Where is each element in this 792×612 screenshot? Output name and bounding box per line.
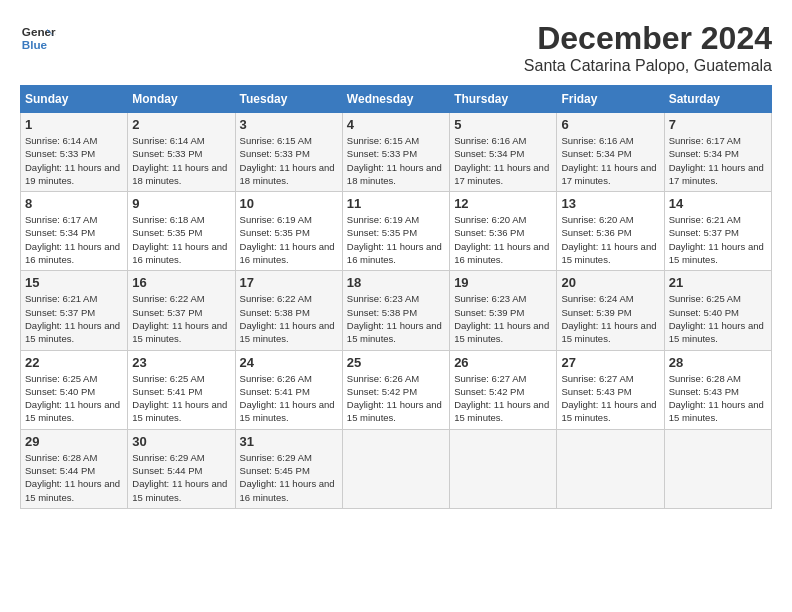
day-number: 12 [454,196,552,211]
day-info: Sunrise: 6:18 AM Sunset: 5:35 PM Dayligh… [132,213,230,266]
day-info: Sunrise: 6:29 AM Sunset: 5:44 PM Dayligh… [132,451,230,504]
day-number: 30 [132,434,230,449]
table-row: 18 Sunrise: 6:23 AM Sunset: 5:38 PM Dayl… [342,271,449,350]
day-info: Sunrise: 6:14 AM Sunset: 5:33 PM Dayligh… [132,134,230,187]
table-row [450,429,557,508]
calendar-week-row: 1 Sunrise: 6:14 AM Sunset: 5:33 PM Dayli… [21,113,772,192]
table-row: 23 Sunrise: 6:25 AM Sunset: 5:41 PM Dayl… [128,350,235,429]
table-row: 3 Sunrise: 6:15 AM Sunset: 5:33 PM Dayli… [235,113,342,192]
col-saturday: Saturday [664,86,771,113]
day-number: 29 [25,434,123,449]
table-row: 4 Sunrise: 6:15 AM Sunset: 5:33 PM Dayli… [342,113,449,192]
calendar-week-row: 22 Sunrise: 6:25 AM Sunset: 5:40 PM Dayl… [21,350,772,429]
day-number: 1 [25,117,123,132]
calendar-week-row: 15 Sunrise: 6:21 AM Sunset: 5:37 PM Dayl… [21,271,772,350]
col-thursday: Thursday [450,86,557,113]
day-info: Sunrise: 6:21 AM Sunset: 5:37 PM Dayligh… [669,213,767,266]
day-info: Sunrise: 6:28 AM Sunset: 5:44 PM Dayligh… [25,451,123,504]
day-number: 5 [454,117,552,132]
day-info: Sunrise: 6:21 AM Sunset: 5:37 PM Dayligh… [25,292,123,345]
day-info: Sunrise: 6:25 AM Sunset: 5:40 PM Dayligh… [25,372,123,425]
day-number: 24 [240,355,338,370]
table-row: 27 Sunrise: 6:27 AM Sunset: 5:43 PM Dayl… [557,350,664,429]
col-sunday: Sunday [21,86,128,113]
table-row: 30 Sunrise: 6:29 AM Sunset: 5:44 PM Dayl… [128,429,235,508]
day-info: Sunrise: 6:17 AM Sunset: 5:34 PM Dayligh… [669,134,767,187]
day-number: 28 [669,355,767,370]
day-info: Sunrise: 6:25 AM Sunset: 5:41 PM Dayligh… [132,372,230,425]
table-row: 16 Sunrise: 6:22 AM Sunset: 5:37 PM Dayl… [128,271,235,350]
day-number: 21 [669,275,767,290]
table-row: 24 Sunrise: 6:26 AM Sunset: 5:41 PM Dayl… [235,350,342,429]
day-info: Sunrise: 6:23 AM Sunset: 5:39 PM Dayligh… [454,292,552,345]
day-info: Sunrise: 6:16 AM Sunset: 5:34 PM Dayligh… [561,134,659,187]
day-number: 2 [132,117,230,132]
day-number: 25 [347,355,445,370]
day-info: Sunrise: 6:26 AM Sunset: 5:42 PM Dayligh… [347,372,445,425]
table-row: 1 Sunrise: 6:14 AM Sunset: 5:33 PM Dayli… [21,113,128,192]
day-info: Sunrise: 6:19 AM Sunset: 5:35 PM Dayligh… [240,213,338,266]
table-row: 5 Sunrise: 6:16 AM Sunset: 5:34 PM Dayli… [450,113,557,192]
day-info: Sunrise: 6:22 AM Sunset: 5:38 PM Dayligh… [240,292,338,345]
day-number: 26 [454,355,552,370]
day-number: 19 [454,275,552,290]
table-row: 8 Sunrise: 6:17 AM Sunset: 5:34 PM Dayli… [21,192,128,271]
table-row: 20 Sunrise: 6:24 AM Sunset: 5:39 PM Dayl… [557,271,664,350]
day-info: Sunrise: 6:29 AM Sunset: 5:45 PM Dayligh… [240,451,338,504]
calendar-table: Sunday Monday Tuesday Wednesday Thursday… [20,85,772,509]
table-row: 15 Sunrise: 6:21 AM Sunset: 5:37 PM Dayl… [21,271,128,350]
svg-text:General: General [22,25,56,38]
day-info: Sunrise: 6:27 AM Sunset: 5:42 PM Dayligh… [454,372,552,425]
day-number: 27 [561,355,659,370]
col-tuesday: Tuesday [235,86,342,113]
day-info: Sunrise: 6:19 AM Sunset: 5:35 PM Dayligh… [347,213,445,266]
day-number: 11 [347,196,445,211]
day-number: 18 [347,275,445,290]
page-header: General Blue December 2024 Santa Catarin… [20,20,772,75]
calendar-week-row: 8 Sunrise: 6:17 AM Sunset: 5:34 PM Dayli… [21,192,772,271]
calendar-week-row: 29 Sunrise: 6:28 AM Sunset: 5:44 PM Dayl… [21,429,772,508]
table-row: 17 Sunrise: 6:22 AM Sunset: 5:38 PM Dayl… [235,271,342,350]
day-info: Sunrise: 6:16 AM Sunset: 5:34 PM Dayligh… [454,134,552,187]
day-number: 4 [347,117,445,132]
col-friday: Friday [557,86,664,113]
day-number: 17 [240,275,338,290]
table-row: 28 Sunrise: 6:28 AM Sunset: 5:43 PM Dayl… [664,350,771,429]
table-row: 19 Sunrise: 6:23 AM Sunset: 5:39 PM Dayl… [450,271,557,350]
table-row: 11 Sunrise: 6:19 AM Sunset: 5:35 PM Dayl… [342,192,449,271]
day-number: 3 [240,117,338,132]
day-info: Sunrise: 6:15 AM Sunset: 5:33 PM Dayligh… [347,134,445,187]
day-info: Sunrise: 6:22 AM Sunset: 5:37 PM Dayligh… [132,292,230,345]
day-number: 13 [561,196,659,211]
day-info: Sunrise: 6:25 AM Sunset: 5:40 PM Dayligh… [669,292,767,345]
table-row: 12 Sunrise: 6:20 AM Sunset: 5:36 PM Dayl… [450,192,557,271]
day-number: 15 [25,275,123,290]
table-row: 21 Sunrise: 6:25 AM Sunset: 5:40 PM Dayl… [664,271,771,350]
table-row: 22 Sunrise: 6:25 AM Sunset: 5:40 PM Dayl… [21,350,128,429]
day-info: Sunrise: 6:28 AM Sunset: 5:43 PM Dayligh… [669,372,767,425]
month-title: December 2024 [524,20,772,57]
day-info: Sunrise: 6:27 AM Sunset: 5:43 PM Dayligh… [561,372,659,425]
day-info: Sunrise: 6:15 AM Sunset: 5:33 PM Dayligh… [240,134,338,187]
table-row: 31 Sunrise: 6:29 AM Sunset: 5:45 PM Dayl… [235,429,342,508]
day-info: Sunrise: 6:23 AM Sunset: 5:38 PM Dayligh… [347,292,445,345]
day-info: Sunrise: 6:20 AM Sunset: 5:36 PM Dayligh… [561,213,659,266]
day-number: 6 [561,117,659,132]
day-number: 8 [25,196,123,211]
day-number: 10 [240,196,338,211]
day-number: 14 [669,196,767,211]
calendar-header-row: Sunday Monday Tuesday Wednesday Thursday… [21,86,772,113]
table-row [664,429,771,508]
logo-icon: General Blue [20,20,56,56]
table-row: 10 Sunrise: 6:19 AM Sunset: 5:35 PM Dayl… [235,192,342,271]
table-row: 2 Sunrise: 6:14 AM Sunset: 5:33 PM Dayli… [128,113,235,192]
day-number: 20 [561,275,659,290]
day-info: Sunrise: 6:24 AM Sunset: 5:39 PM Dayligh… [561,292,659,345]
table-row: 13 Sunrise: 6:20 AM Sunset: 5:36 PM Dayl… [557,192,664,271]
table-row [557,429,664,508]
day-number: 7 [669,117,767,132]
table-row: 25 Sunrise: 6:26 AM Sunset: 5:42 PM Dayl… [342,350,449,429]
day-number: 23 [132,355,230,370]
svg-text:Blue: Blue [22,38,48,51]
day-number: 31 [240,434,338,449]
